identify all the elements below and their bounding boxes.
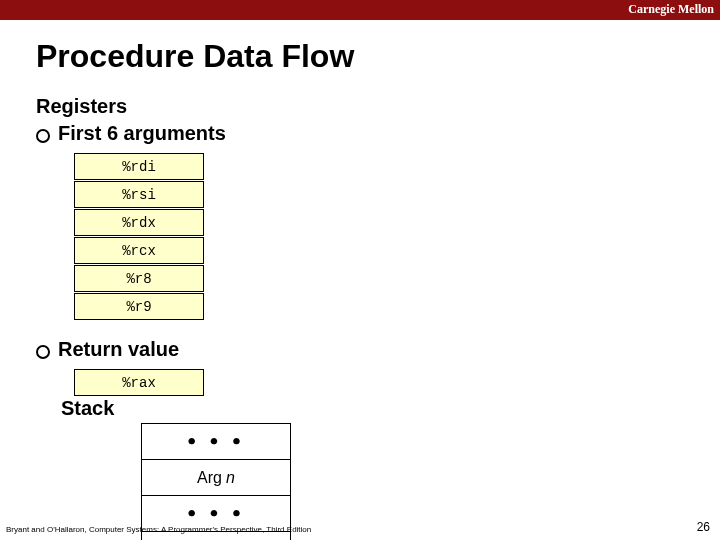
reg-rdx: %rdx — [74, 209, 204, 236]
bullet-return: Return value — [36, 338, 346, 361]
stack-cell-dots-top: • • • — [141, 423, 291, 460]
content-area: Registers First 6 arguments %rdi %rsi %r… — [0, 75, 720, 540]
bullet-first6: First 6 arguments — [36, 122, 346, 145]
reg-rcx: %rcx — [74, 237, 204, 264]
stack-diagram: • • • Arg n • • • Arg 8 Arg 7 — [141, 423, 371, 540]
reg-r9: %r9 — [74, 293, 204, 320]
dots-icon: • • • — [187, 428, 244, 455]
stack-heading: Stack — [61, 397, 371, 420]
argn-prefix: Arg — [197, 469, 222, 487]
bullet-return-label: Return value — [58, 338, 179, 361]
top-bar: Carnegie Mellon — [0, 0, 720, 20]
right-column: Stack • • • Arg n • • • Arg 8 Arg 7 Only… — [61, 397, 371, 540]
reg-rsi: %rsi — [74, 181, 204, 208]
return-reg-list: %rax — [74, 369, 346, 396]
bullet-first6-label: First 6 arguments — [58, 122, 226, 145]
registers-heading: Registers — [36, 95, 346, 118]
return-block: Return value %rax — [36, 338, 346, 396]
bullet-icon — [36, 345, 50, 359]
left-column: Registers First 6 arguments %rdi %rsi %r… — [36, 95, 346, 397]
stack-cell-argn: Arg n — [141, 459, 291, 496]
page-number: 26 — [697, 520, 710, 534]
reg-rdi: %rdi — [74, 153, 204, 180]
reg-rax: %rax — [74, 369, 204, 396]
dots-icon: • • • — [187, 500, 244, 527]
bullet-icon — [36, 129, 50, 143]
corner-text: Carnegie Mellon — [628, 2, 714, 17]
footer-citation: Bryant and O'Hallaron, Computer Systems:… — [6, 525, 311, 534]
register-list: %rdi %rsi %rdx %rcx %r8 %r9 — [74, 153, 346, 320]
reg-r8: %r8 — [74, 265, 204, 292]
argn-n: n — [226, 469, 235, 487]
slide-title: Procedure Data Flow — [0, 20, 720, 75]
